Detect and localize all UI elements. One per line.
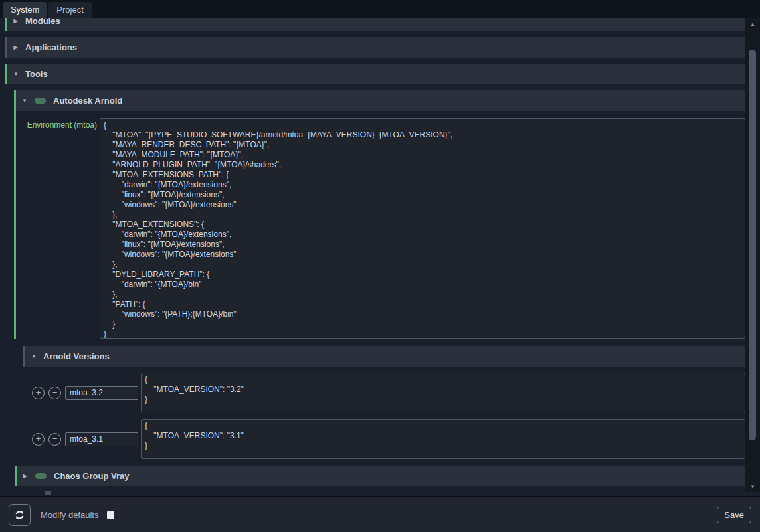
environment-mtoa-textarea[interactable]: { "MTOA": "{PYPE_STUDIO_SOFTWARE}/arnold… xyxy=(100,118,745,339)
vertical-scrollbar[interactable]: ▲ ▼ xyxy=(745,18,760,492)
group-header-autodesk-arnold[interactable]: ▼ Autodesk Arnold xyxy=(16,90,745,111)
group-label-autodesk-arnold: Autodesk Arnold xyxy=(53,96,122,106)
section-label-tools: Tools xyxy=(25,69,48,79)
chevron-right-icon: ▶ xyxy=(13,18,18,24)
remove-version-button[interactable]: − xyxy=(48,433,61,446)
add-version-button[interactable]: + xyxy=(32,433,45,446)
modify-defaults-checkbox[interactable] xyxy=(107,511,114,519)
version-row: + − { "MTOA_VERSION": "3.2" } xyxy=(32,373,745,412)
settings-content: ▶ Modules ▶ Applications ▼ Tools ▼ Autod… xyxy=(0,18,760,496)
modify-defaults-label: Modify defaults xyxy=(41,510,98,520)
tab-system[interactable]: System xyxy=(3,2,47,18)
settings-scroll-area: ▶ Modules ▶ Applications ▼ Tools ▼ Autod… xyxy=(0,18,745,488)
settings-window: System Project ▶ Modules ▶ Applications … xyxy=(0,0,760,532)
chevron-down-icon: ▼ xyxy=(22,98,27,104)
refresh-button[interactable] xyxy=(9,504,31,526)
section-label-arnold-versions: Arnold Versions xyxy=(43,351,110,361)
scroll-down-icon[interactable]: ▼ xyxy=(745,483,760,491)
tab-bar: System Project xyxy=(0,0,760,18)
horizontal-scrollbar[interactable] xyxy=(5,489,745,496)
footer-bar: Modify defaults Save xyxy=(0,496,760,532)
tab-project[interactable]: Project xyxy=(48,2,91,18)
toggle-knob xyxy=(41,98,45,103)
group-chaos-group-vray: ▶ Chaos Group Vray xyxy=(15,466,745,486)
group-header-chaos-group-vray[interactable]: ▶ Chaos Group Vray xyxy=(17,466,745,486)
group-label-chaos-group-vray: Chaos Group Vray xyxy=(54,471,129,481)
version-name-input[interactable] xyxy=(65,432,138,446)
chevron-right-icon: ▶ xyxy=(23,473,27,479)
section-header-modules[interactable]: ▶ Modules xyxy=(5,18,745,31)
save-button[interactable]: Save xyxy=(717,507,751,523)
toggle-autodesk-arnold[interactable] xyxy=(35,98,46,104)
group-autodesk-arnold: ▼ Autodesk Arnold Environment (mtoa) { "… xyxy=(14,90,745,339)
toggle-knob xyxy=(41,474,46,478)
section-header-arnold-versions[interactable]: ▼ Arnold Versions xyxy=(23,346,745,367)
chevron-right-icon: ▶ xyxy=(13,44,18,50)
section-header-tools[interactable]: ▼ Tools xyxy=(5,64,745,84)
environment-mtoa-label: Environment (mtoa) xyxy=(24,118,97,130)
section-label-applications: Applications xyxy=(25,43,77,52)
vertical-scrollbar-thumb[interactable] xyxy=(749,50,756,440)
version-row: + − { "MTOA_VERSION": "3.1" } xyxy=(32,419,745,459)
add-version-button[interactable]: + xyxy=(32,387,45,399)
horizontal-scrollbar-thumb[interactable] xyxy=(45,491,51,495)
section-label-modules: Modules xyxy=(25,18,60,26)
section-header-applications[interactable]: ▶ Applications xyxy=(5,37,745,58)
chevron-down-icon: ▼ xyxy=(31,353,36,359)
chevron-down-icon: ▼ xyxy=(13,71,18,77)
version-json-textarea[interactable]: { "MTOA_VERSION": "3.1" } xyxy=(141,419,745,459)
environment-row: Environment (mtoa) { "MTOA": "{PYPE_STUD… xyxy=(24,118,745,339)
toggle-chaos-group-vray[interactable] xyxy=(35,473,47,479)
scroll-up-icon[interactable]: ▲ xyxy=(745,21,760,29)
refresh-icon xyxy=(14,509,25,521)
version-json-textarea[interactable]: { "MTOA_VERSION": "3.2" } xyxy=(141,373,745,412)
version-name-input[interactable] xyxy=(65,386,138,400)
remove-version-button[interactable]: − xyxy=(48,387,61,399)
